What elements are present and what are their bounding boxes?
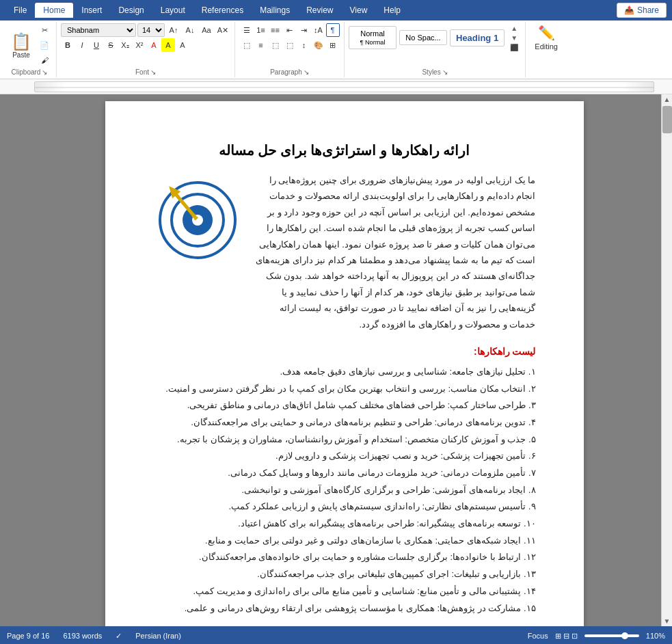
tab-insert[interactable]: Insert	[73, 3, 110, 18]
scroll-thumb[interactable]	[662, 106, 672, 133]
list-item: ۷. تأمین ملزومات درمانی: خرید ملزومات در…	[153, 465, 536, 482]
justify-button[interactable]: ⬚	[283, 38, 297, 52]
bold-button[interactable]: B	[61, 38, 75, 52]
document-body: ما یک ارزیابی اولیه در مورد پیش‌نیازهای …	[153, 172, 536, 332]
share-icon: 📤	[624, 5, 634, 15]
scroll-down-button[interactable]: ▼	[662, 616, 672, 626]
cut-button[interactable]: ✂	[37, 23, 52, 37]
superscript-button[interactable]: X²	[133, 38, 146, 52]
align-right-button[interactable]: ⬚	[269, 38, 282, 52]
styles-expand-icon[interactable]: ↘	[442, 68, 448, 76]
document-body-text: ما یک ارزیابی اولیه در مورد پیش‌نیازهای …	[256, 172, 536, 332]
list-item: ۳. طراحی ساختار کمپ: طراحی فضاهای مختلف …	[153, 397, 536, 414]
line-spacing-button[interactable]: ↕	[297, 38, 311, 52]
scroll-left-area	[0, 94, 27, 626]
multilevel-list-button[interactable]: ≡≡	[269, 23, 282, 37]
document-scroll-container[interactable]: ارائه راهکارها و استراتژی‌ها برای حل مسا…	[27, 94, 661, 626]
share-button[interactable]: 📤 Share	[617, 3, 667, 18]
editing-group: ✏️ Editing	[526, 22, 567, 77]
list-item: ۱. تحلیل نیازهای جامعه: شناسایی و بررسی …	[153, 364, 536, 381]
numbering-button[interactable]: 1≡	[254, 23, 268, 37]
tab-review[interactable]: Review	[298, 3, 341, 18]
highlight-button[interactable]: A	[161, 38, 175, 52]
align-center-button[interactable]: ≡	[254, 38, 268, 52]
font-family-select[interactable]: Shabnam	[61, 23, 136, 37]
font-controls: Shabnam 14 A↑ A↓ Aa A✕ B I U S X₂ X² A A…	[61, 23, 230, 52]
underline-button[interactable]: U	[90, 38, 103, 52]
target-illustration	[153, 172, 242, 261]
editing-icon: ✏️	[538, 25, 555, 41]
show-hide-button[interactable]: ¶	[326, 23, 340, 37]
editing-label: Editing	[535, 42, 558, 51]
tab-design[interactable]: Design	[110, 3, 152, 18]
format-painter-button[interactable]: 🖌	[37, 53, 52, 67]
styles-scroll-up[interactable]: ▲	[509, 23, 520, 33]
increase-font-button[interactable]: A↑	[166, 23, 181, 37]
tab-help[interactable]: Help	[375, 3, 409, 18]
document-page: ارائه راهکارها و استراتژی‌ها برای حل مسا…	[105, 101, 584, 626]
scroll-up-button[interactable]: ▲	[662, 94, 672, 105]
decrease-font-button[interactable]: A↓	[183, 23, 198, 37]
list-item: ۱۲. ارتباط با خانواده‌ها: برگزاری جلسات …	[153, 549, 536, 566]
language: Persian (Iran)	[135, 632, 181, 640]
list-item: ۱۱. ایجاد شبکه‌های حمایتی: همکاری با ساز…	[153, 533, 536, 550]
increase-indent-button[interactable]: ⇥	[297, 23, 311, 37]
zoom-level[interactable]: 110%	[646, 632, 665, 640]
list-item: ۲. انتخاب مکان مناسب: بررسی و انتخاب بهت…	[153, 381, 536, 398]
italic-button[interactable]: I	[75, 38, 89, 52]
styles-expand[interactable]: ⬛	[509, 42, 520, 52]
styles-group: Normal ¶ Normal No Spac... Heading 1 ▲ ▼…	[345, 22, 526, 77]
ribbon-toolbar: 📋 Paste ✂ 📄 🖌 Clipboard ↘ Shabnam 14	[0, 21, 672, 79]
copy-button[interactable]: 📄	[37, 38, 52, 52]
solutions-list: ۱. تحلیل نیازهای جامعه: شناسایی و بررسی …	[153, 364, 536, 617]
change-case-button[interactable]: Aa	[199, 23, 214, 37]
text-color-button[interactable]: A	[147, 38, 161, 52]
list-heading: لیست راهکارها:	[153, 346, 536, 357]
shading-button[interactable]: 🎨	[312, 38, 325, 52]
ruler	[34, 81, 654, 92]
font-size-select[interactable]: 14	[137, 23, 165, 37]
tab-mailings[interactable]: Mailings	[252, 3, 298, 18]
page-number: Page 9 of 16	[7, 632, 49, 640]
list-item: ۴. تدوین برنامه‌های درمانی: طراحی و تنظی…	[153, 414, 536, 431]
bullets-button[interactable]: ☰	[240, 23, 254, 37]
list-item: ۶. تأمین تجهیزات پزشکی: خرید و نصب تجهیز…	[153, 448, 536, 465]
sort-button[interactable]: ↕A	[312, 23, 325, 37]
list-item: ۱۳. بازاریابی و تبلیغات: اجرای کمپین‌های…	[153, 566, 536, 583]
tab-references[interactable]: References	[193, 3, 252, 18]
view-icons: ⊞ ⊟ ⊡	[555, 632, 578, 641]
zoom-slider[interactable]	[584, 634, 639, 637]
clipboard-group: 📋 Paste ✂ 📄 🖌 Clipboard ↘	[3, 22, 57, 77]
normal-style-button[interactable]: Normal ¶ Normal	[349, 26, 397, 49]
align-left-button[interactable]: ⬚	[240, 38, 254, 52]
paste-button[interactable]: 📋 Paste	[7, 29, 36, 62]
paragraph-expand-icon[interactable]: ↘	[304, 68, 309, 76]
font-expand-icon[interactable]: ↘	[150, 68, 156, 76]
subscript-button[interactable]: X₂	[118, 38, 132, 52]
tab-layout[interactable]: Layout	[152, 3, 193, 18]
decrease-indent-button[interactable]: ⇤	[283, 23, 297, 37]
list-item: ۸. ایجاد برنامه‌های آموزشی: طراحی و برگز…	[153, 482, 536, 499]
clear-formatting-button[interactable]: A✕	[215, 23, 230, 37]
tab-file[interactable]: File	[5, 3, 35, 18]
clipboard-expand-icon[interactable]: ↘	[42, 68, 47, 76]
ruler-area	[0, 79, 672, 94]
strikethrough-button[interactable]: S	[104, 38, 118, 52]
borders-button[interactable]: ⊞	[326, 38, 340, 52]
document-heading: ارائه راهکارها و استراتژی‌ها برای حل مسا…	[153, 142, 536, 159]
focus-label[interactable]: Focus	[528, 632, 548, 640]
list-item: ۵. جذب و آموزش کارکنان متخصص: استخدام و …	[153, 431, 536, 448]
zoom-thumb	[621, 632, 628, 639]
paragraph-group: ☰ 1≡ ≡≡ ⇤ ⇥ ↕A ¶ ⬚ ≡ ⬚ ⬚ ↕ 🎨 ⊞ Paragraph…	[235, 22, 345, 77]
heading1-style-button[interactable]: Heading 1	[450, 29, 505, 46]
list-item: ۱۵. مشارکت در پژوهش‌ها: همکاری با مؤسسات…	[153, 600, 536, 617]
styles-scroll-down[interactable]: ▼	[509, 33, 520, 42]
scrollbar-vertical[interactable]: ▲ ▼	[661, 94, 672, 626]
tab-view[interactable]: View	[342, 3, 376, 18]
spell-check-icon: ✓	[116, 632, 122, 641]
list-item: ۹. تأسیس سیستم‌های نظارتی: راه‌اندازی سی…	[153, 498, 536, 515]
font-color-button[interactable]: A	[176, 38, 189, 52]
clipboard-content: 📋 Paste ✂ 📄 🖌	[7, 23, 52, 67]
no-spacing-style-button[interactable]: No Spac...	[399, 30, 447, 45]
tab-home[interactable]: Home	[35, 3, 73, 18]
